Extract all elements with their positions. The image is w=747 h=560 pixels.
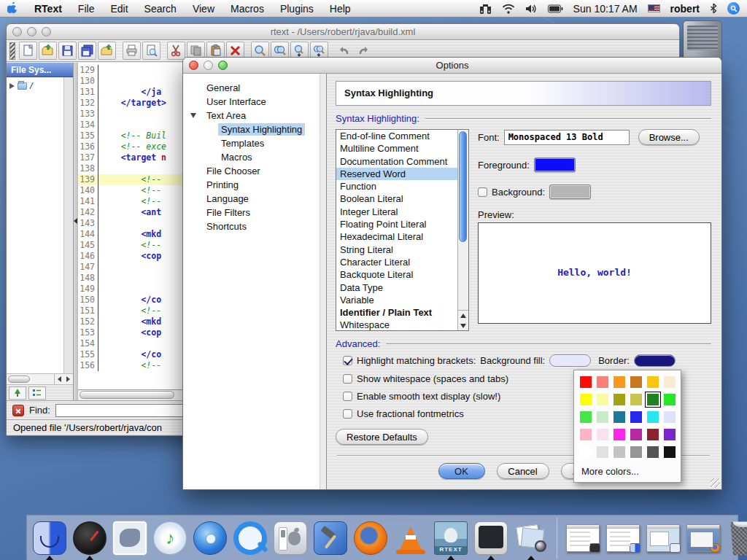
background-fill-swatch[interactable] xyxy=(549,354,591,367)
scrollbar-thumb[interactable] xyxy=(80,391,174,399)
option-checkbox[interactable] xyxy=(343,409,352,419)
color-swatch[interactable] xyxy=(647,376,659,388)
color-swatch[interactable] xyxy=(597,411,608,423)
menu-clock[interactable]: Sun 10:17 AM xyxy=(573,3,638,15)
style-item-end-of-line-comment[interactable]: End-of-line Comment xyxy=(336,130,457,142)
fast-user-switch-menu[interactable]: robert xyxy=(670,3,700,15)
bluetooth-icon[interactable] xyxy=(710,3,717,14)
menu-item-view[interactable]: View xyxy=(185,3,222,15)
color-swatch[interactable] xyxy=(647,411,659,423)
dock-item-minimized-terminal-window[interactable] xyxy=(565,517,601,559)
style-item-boolean-literal[interactable]: Boolean Literal xyxy=(336,192,457,205)
color-swatch[interactable] xyxy=(580,394,592,405)
browse-button[interactable]: Browse... xyxy=(638,129,700,145)
style-item-data-type[interactable]: Data Type xyxy=(336,281,457,294)
scroll-left-button[interactable] xyxy=(55,374,64,384)
dock-item-terminal[interactable] xyxy=(473,517,509,559)
collapse-arrow-icon[interactable] xyxy=(190,113,196,118)
dock-item-finder[interactable] xyxy=(31,517,68,559)
tree-item-text-area[interactable]: Text Area xyxy=(183,109,326,122)
dock-item-trash[interactable] xyxy=(725,517,747,559)
color-swatch[interactable] xyxy=(580,376,592,388)
file-system-tab[interactable]: File Sys... xyxy=(7,63,73,77)
color-swatch[interactable] xyxy=(664,429,676,440)
tree-item-macros[interactable]: Macros xyxy=(183,150,326,164)
scrollbar-thumb[interactable] xyxy=(459,131,467,242)
print-button[interactable] xyxy=(123,42,141,60)
color-swatch[interactable] xyxy=(614,446,625,458)
more-colors-item[interactable]: More colors... xyxy=(574,462,681,482)
save-all-button[interactable] xyxy=(78,42,96,60)
tree-item-user-interface[interactable]: User Interface xyxy=(183,95,326,109)
tree-item-shortcuts[interactable]: Shortcuts xyxy=(183,219,326,233)
options-titlebar[interactable]: Options xyxy=(183,58,721,74)
tree-item-language[interactable]: Language xyxy=(183,192,326,206)
color-swatch[interactable] xyxy=(630,376,642,388)
style-item-integer-literal[interactable]: Integer Literal xyxy=(336,206,457,218)
tree-item-printing[interactable]: Printing xyxy=(183,178,326,192)
border-color-swatch[interactable] xyxy=(634,354,676,367)
color-swatch[interactable] xyxy=(614,376,625,388)
menu-item-file[interactable]: File xyxy=(70,3,103,15)
apple-menu-icon[interactable] xyxy=(7,2,26,15)
foreground-color-swatch[interactable] xyxy=(534,158,576,172)
open-file-button[interactable] xyxy=(39,42,57,60)
font-field[interactable] xyxy=(504,130,630,145)
file-list-tab[interactable] xyxy=(28,386,46,400)
expand-arrow-icon[interactable] xyxy=(9,83,15,89)
rtext-titlebar[interactable]: rtext - /Users/robert/rjava/build.xml xyxy=(7,24,679,40)
color-swatch[interactable] xyxy=(614,394,625,405)
color-swatch[interactable] xyxy=(614,429,625,440)
spotlight-files-icon[interactable] xyxy=(479,4,492,14)
scroll-up-button[interactable] xyxy=(458,311,468,321)
tree-item-general[interactable]: General xyxy=(183,81,326,95)
cancel-button[interactable]: Cancel xyxy=(497,463,549,479)
tree-item-syntax-highlighting[interactable]: Syntax Highlighting xyxy=(183,122,326,136)
dock-item-dashboard[interactable] xyxy=(71,517,108,559)
new-file-button[interactable] xyxy=(19,42,37,60)
menu-item-rtext[interactable]: RText xyxy=(26,3,70,15)
style-item-string-literal[interactable]: String Literal xyxy=(336,244,457,256)
save-button[interactable] xyxy=(58,42,77,60)
style-list-scrollbar[interactable] xyxy=(457,130,468,330)
dock-item-system-preferences[interactable] xyxy=(272,517,309,559)
scroll-down-button[interactable] xyxy=(458,321,468,331)
tree-item-templates[interactable]: Templates xyxy=(183,136,326,150)
spotlight-icon[interactable] xyxy=(727,2,740,15)
dock-item-itunes[interactable]: ♪ xyxy=(152,517,188,559)
file-tree-vertical-scrollbar[interactable] xyxy=(63,77,73,373)
option-checkbox[interactable] xyxy=(343,374,352,384)
style-item-reserved-word[interactable]: Reserved Word xyxy=(336,168,457,180)
color-swatch[interactable] xyxy=(597,394,608,405)
color-swatch[interactable] xyxy=(630,446,642,458)
dock-item-mail[interactable] xyxy=(112,517,148,559)
color-swatch[interactable] xyxy=(614,411,625,423)
color-swatch[interactable] xyxy=(664,394,676,405)
menu-item-edit[interactable]: Edit xyxy=(102,3,136,15)
color-swatch[interactable] xyxy=(580,411,592,423)
dock-item-vlc[interactable] xyxy=(392,517,429,559)
color-swatch[interactable] xyxy=(647,429,659,440)
ok-button[interactable]: OK xyxy=(438,463,485,479)
style-item-variable[interactable]: Variable xyxy=(336,294,457,306)
color-swatch[interactable] xyxy=(580,446,592,458)
style-item-documentation-comment[interactable]: Documentation Comment xyxy=(336,155,457,168)
scroll-right-button[interactable] xyxy=(64,374,74,384)
dock-item-firefox[interactable] xyxy=(352,517,389,559)
tree-item-file-chooser[interactable]: File Chooser xyxy=(183,164,326,178)
color-swatch[interactable] xyxy=(647,394,659,405)
color-swatch[interactable] xyxy=(597,429,608,440)
find-close-button[interactable] xyxy=(12,405,24,416)
menu-item-help[interactable]: Help xyxy=(322,3,359,15)
menu-item-plugins[interactable]: Plugins xyxy=(272,3,322,15)
highlight-brackets-checkbox[interactable] xyxy=(343,356,352,365)
style-item-identifier-plain-text[interactable]: Identifier / Plain Text xyxy=(336,306,457,319)
toolbar-drag-handle[interactable] xyxy=(9,42,15,60)
file-system-tree-tab[interactable] xyxy=(9,386,26,400)
color-swatch[interactable] xyxy=(630,411,642,423)
style-item-whitespace[interactable]: Whitespace xyxy=(336,319,457,330)
scrollbar-thumb[interactable] xyxy=(8,376,30,383)
dock-item-rtext[interactable]: RTEXT xyxy=(433,517,469,559)
dock-item-minimized-browser-window[interactable] xyxy=(645,517,681,559)
dock-item-quicktime[interactable] xyxy=(232,517,268,559)
